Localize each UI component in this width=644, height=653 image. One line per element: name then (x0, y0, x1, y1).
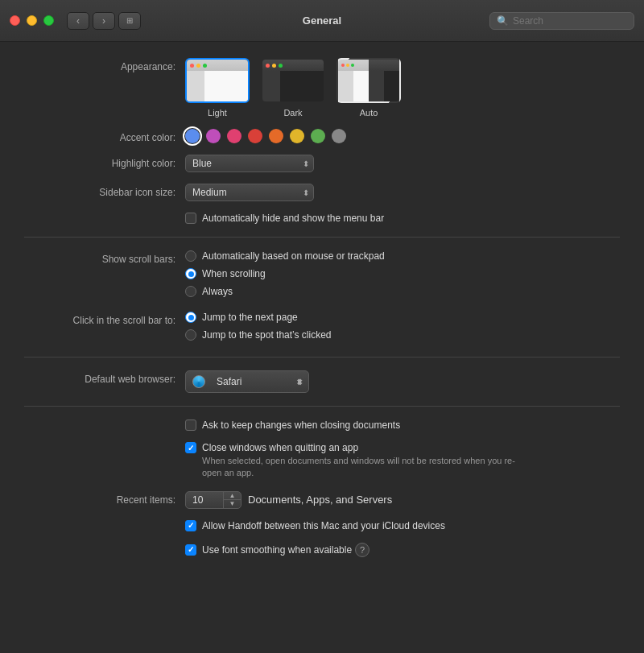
close-button[interactable] (10, 15, 20, 26)
menu-bar-row: Automatically hide and show the menu bar (24, 213, 620, 224)
recent-items-label: Recent items: (24, 491, 185, 506)
default-browser-row: Default web browser: Safari Chrome Firef… (24, 370, 620, 393)
appearance-option-auto-label: Auto (360, 108, 378, 118)
forward-button[interactable]: › (93, 12, 115, 30)
ask-keep-changes-spacer (24, 419, 185, 423)
divider-2 (24, 357, 620, 357)
stepper-down-button[interactable]: ▼ (224, 500, 241, 508)
close-windows-checkbox-row: Close windows when quitting an app (185, 442, 524, 453)
scroll-scrolling-row: When scrolling (185, 268, 385, 279)
scroll-scrolling-label: When scrolling (202, 268, 266, 279)
ask-keep-changes-checkbox[interactable] (185, 419, 196, 431)
click-jump-spot-row: Jump to the spot that’s clicked (185, 329, 332, 341)
scroll-auto-row: Automatically based on mouse or trackpad (185, 250, 385, 262)
menu-bar-checkbox-label: Automatically hide and show the menu bar (202, 213, 384, 224)
menu-bar-label (24, 213, 185, 216)
scroll-always-radio[interactable] (185, 286, 196, 297)
appearance-control: Light Dark (185, 58, 401, 118)
settings-content: Appearance: (0, 42, 644, 653)
safari-icon (192, 375, 205, 388)
divider-3 (24, 406, 620, 407)
highlight-color-select[interactable]: Blue Purple Pink Red Orange Yellow Green… (185, 155, 314, 172)
search-icon: 🔍 (497, 15, 509, 27)
appearance-option-light[interactable]: Light (185, 58, 250, 118)
close-windows-checkbox[interactable] (185, 442, 196, 453)
show-scroll-bars-control: Automatically based on mouse or trackpad… (185, 250, 385, 300)
appearance-thumbnail-light (185, 58, 250, 103)
menu-bar-control: Automatically hide and show the menu bar (185, 213, 384, 224)
fullscreen-button[interactable] (43, 15, 54, 26)
appearance-option-auto[interactable]: Auto (336, 58, 401, 118)
accent-blue[interactable] (185, 129, 200, 143)
highlight-color-select-wrapper: Blue Purple Pink Red Orange Yellow Green… (185, 155, 314, 172)
handoff-checkbox[interactable] (185, 520, 196, 531)
font-smoothing-checkbox[interactable] (185, 544, 196, 556)
accent-orange[interactable] (269, 129, 283, 143)
accent-yellow[interactable] (290, 129, 304, 143)
handoff-control: Allow Handoff between this Mac and your … (185, 520, 445, 531)
click-jump-spot-radio[interactable] (185, 329, 196, 341)
search-input[interactable] (513, 15, 627, 27)
click-scroll-bar-control: Jump to the next page Jump to the spot t… (185, 312, 332, 344)
accent-red[interactable] (248, 129, 262, 143)
appearance-row: Appearance: (24, 58, 620, 118)
font-smoothing-checkbox-row: Use font smoothing when available (185, 544, 352, 556)
window-title: General (303, 14, 341, 27)
appearance-options: Light Dark (185, 58, 401, 118)
back-button[interactable]: ‹ (67, 12, 89, 30)
click-scroll-bar-row: Click in the scroll bar to: Jump to the … (24, 312, 620, 344)
handoff-checkbox-row: Allow Handoff between this Mac and your … (185, 520, 445, 531)
appearance-option-dark[interactable]: Dark (261, 58, 325, 118)
appearance-thumbnail-dark (261, 58, 325, 103)
click-jump-spot-label: Jump to the spot that’s clicked (202, 329, 332, 341)
scroll-always-label: Always (202, 286, 233, 297)
recent-items-row: Recent items: ▲ ▼ Documents, Apps, and S… (24, 491, 620, 509)
scroll-scrolling-radio[interactable] (185, 268, 196, 279)
recent-items-stepper: ▲ ▼ (185, 491, 242, 509)
divider-1 (24, 237, 620, 238)
sidebar-icon-size-control: Small Medium Large (185, 184, 314, 201)
ask-keep-changes-row: Ask to keep changes when closing documen… (24, 419, 620, 431)
close-windows-description: When selected, open documents and window… (202, 455, 524, 480)
accent-purple[interactable] (206, 129, 221, 143)
grid-button[interactable]: ⊞ (118, 12, 141, 30)
click-jump-page-label: Jump to the next page (202, 312, 298, 323)
close-windows-spacer (24, 442, 185, 445)
stepper-up-button[interactable]: ▲ (224, 492, 241, 501)
click-scroll-bar-label: Click in the scroll bar to: (24, 312, 185, 326)
scroll-auto-label: Automatically based on mouse or trackpad (202, 250, 385, 262)
menu-bar-checkbox[interactable] (185, 213, 196, 224)
highlight-color-row: Highlight color: Blue Purple Pink Red Or… (24, 155, 620, 172)
browser-select-chevron: ⬍ (295, 378, 302, 386)
scroll-auto-radio[interactable] (185, 250, 196, 262)
appearance-option-dark-label: Dark (283, 108, 302, 118)
scroll-bars-radio-group: Automatically based on mouse or trackpad… (185, 250, 385, 300)
accent-graphite[interactable] (332, 129, 346, 143)
highlight-color-label: Highlight color: (24, 155, 185, 169)
accent-color-label: Accent color: (24, 129, 185, 143)
accent-colors (185, 129, 346, 143)
accent-pink[interactable] (227, 129, 242, 143)
sidebar-icon-size-select[interactable]: Small Medium Large (185, 184, 314, 201)
click-jump-page-radio[interactable] (185, 312, 196, 323)
click-jump-page-row: Jump to the next page (185, 312, 332, 323)
handoff-spacer (24, 520, 185, 523)
show-scroll-bars-row: Show scroll bars: Automatically based on… (24, 250, 620, 300)
menu-bar-checkbox-row: Automatically hide and show the menu bar (185, 213, 384, 224)
default-browser-select[interactable]: Safari Chrome Firefox (210, 374, 291, 390)
font-smoothing-spacer (24, 543, 185, 546)
minimize-button[interactable] (27, 15, 37, 26)
appearance-option-light-label: Light (208, 108, 227, 118)
traffic-lights (10, 15, 54, 26)
highlight-color-control: Blue Purple Pink Red Orange Yellow Green… (185, 155, 314, 172)
default-browser-control: Safari Chrome Firefox ⬍ (185, 370, 309, 393)
handoff-label: Allow Handoff between this Mac and your … (202, 520, 445, 531)
accent-color-control (185, 129, 346, 143)
titlebar: ‹ › ⊞ General 🔍 (0, 0, 644, 42)
sidebar-icon-size-select-wrapper: Small Medium Large (185, 184, 314, 201)
help-button[interactable]: ? (355, 543, 369, 557)
font-smoothing-row: Use font smoothing when available ? (24, 543, 620, 557)
show-scroll-bars-label: Show scroll bars: (24, 250, 185, 265)
accent-green[interactable] (311, 129, 325, 143)
scroll-always-row: Always (185, 286, 385, 297)
